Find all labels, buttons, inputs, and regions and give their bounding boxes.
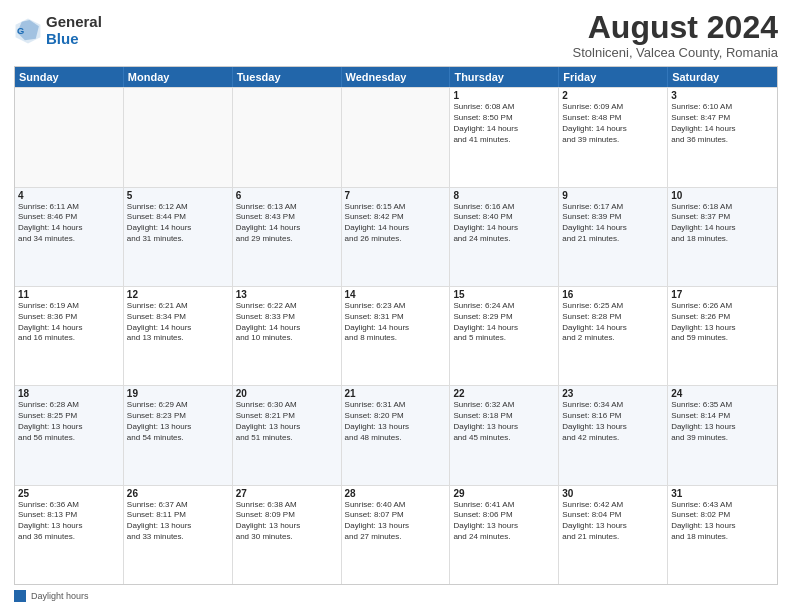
header-tuesday: Tuesday <box>233 67 342 87</box>
cell-text: Sunrise: 6:43 AM Sunset: 8:02 PM Dayligh… <box>671 500 774 543</box>
cal-cell-r1-c3: 7Sunrise: 6:15 AM Sunset: 8:42 PM Daylig… <box>342 188 451 286</box>
cal-cell-r2-c5: 16Sunrise: 6:25 AM Sunset: 8:28 PM Dayli… <box>559 287 668 385</box>
cell-text: Sunrise: 6:31 AM Sunset: 8:20 PM Dayligh… <box>345 400 447 443</box>
cal-row-3: 18Sunrise: 6:28 AM Sunset: 8:25 PM Dayli… <box>15 385 777 484</box>
cal-row-0: 1Sunrise: 6:08 AM Sunset: 8:50 PM Daylig… <box>15 87 777 186</box>
cell-text: Sunrise: 6:42 AM Sunset: 8:04 PM Dayligh… <box>562 500 664 543</box>
cal-cell-r1-c1: 5Sunrise: 6:12 AM Sunset: 8:44 PM Daylig… <box>124 188 233 286</box>
day-number: 12 <box>127 289 229 300</box>
legend-label: Daylight hours <box>31 591 89 601</box>
cal-row-1: 4Sunrise: 6:11 AM Sunset: 8:46 PM Daylig… <box>15 187 777 286</box>
cell-text: Sunrise: 6:19 AM Sunset: 8:36 PM Dayligh… <box>18 301 120 344</box>
cell-text: Sunrise: 6:38 AM Sunset: 8:09 PM Dayligh… <box>236 500 338 543</box>
cal-cell-r2-c6: 17Sunrise: 6:26 AM Sunset: 8:26 PM Dayli… <box>668 287 777 385</box>
cell-text: Sunrise: 6:36 AM Sunset: 8:13 PM Dayligh… <box>18 500 120 543</box>
cal-cell-r4-c0: 25Sunrise: 6:36 AM Sunset: 8:13 PM Dayli… <box>15 486 124 584</box>
logo-blue-text: Blue <box>46 31 102 48</box>
cal-cell-r1-c2: 6Sunrise: 6:13 AM Sunset: 8:43 PM Daylig… <box>233 188 342 286</box>
cal-cell-r0-c2 <box>233 88 342 186</box>
header-wednesday: Wednesday <box>342 67 451 87</box>
cell-text: Sunrise: 6:40 AM Sunset: 8:07 PM Dayligh… <box>345 500 447 543</box>
day-number: 9 <box>562 190 664 201</box>
cal-cell-r2-c4: 15Sunrise: 6:24 AM Sunset: 8:29 PM Dayli… <box>450 287 559 385</box>
day-number: 26 <box>127 488 229 499</box>
day-number: 19 <box>127 388 229 399</box>
day-number: 8 <box>453 190 555 201</box>
header-monday: Monday <box>124 67 233 87</box>
calendar-header: Sunday Monday Tuesday Wednesday Thursday… <box>15 67 777 87</box>
day-number: 27 <box>236 488 338 499</box>
title-block: August 2024 Stolniceni, Valcea County, R… <box>573 10 778 60</box>
day-number: 24 <box>671 388 774 399</box>
cal-cell-r3-c3: 21Sunrise: 6:31 AM Sunset: 8:20 PM Dayli… <box>342 386 451 484</box>
cal-cell-r3-c0: 18Sunrise: 6:28 AM Sunset: 8:25 PM Dayli… <box>15 386 124 484</box>
cal-cell-r4-c5: 30Sunrise: 6:42 AM Sunset: 8:04 PM Dayli… <box>559 486 668 584</box>
header-saturday: Saturday <box>668 67 777 87</box>
day-number: 1 <box>453 90 555 101</box>
cal-cell-r4-c1: 26Sunrise: 6:37 AM Sunset: 8:11 PM Dayli… <box>124 486 233 584</box>
cell-text: Sunrise: 6:12 AM Sunset: 8:44 PM Dayligh… <box>127 202 229 245</box>
day-number: 14 <box>345 289 447 300</box>
day-number: 7 <box>345 190 447 201</box>
cell-text: Sunrise: 6:32 AM Sunset: 8:18 PM Dayligh… <box>453 400 555 443</box>
day-number: 11 <box>18 289 120 300</box>
cal-cell-r3-c1: 19Sunrise: 6:29 AM Sunset: 8:23 PM Dayli… <box>124 386 233 484</box>
day-number: 23 <box>562 388 664 399</box>
day-number: 18 <box>18 388 120 399</box>
cell-text: Sunrise: 6:11 AM Sunset: 8:46 PM Dayligh… <box>18 202 120 245</box>
day-number: 4 <box>18 190 120 201</box>
cal-cell-r1-c5: 9Sunrise: 6:17 AM Sunset: 8:39 PM Daylig… <box>559 188 668 286</box>
logo: G General Blue <box>14 14 102 47</box>
cal-cell-r0-c4: 1Sunrise: 6:08 AM Sunset: 8:50 PM Daylig… <box>450 88 559 186</box>
cell-text: Sunrise: 6:08 AM Sunset: 8:50 PM Dayligh… <box>453 102 555 145</box>
day-number: 15 <box>453 289 555 300</box>
day-number: 13 <box>236 289 338 300</box>
cal-cell-r0-c5: 2Sunrise: 6:09 AM Sunset: 8:48 PM Daylig… <box>559 88 668 186</box>
cal-row-4: 25Sunrise: 6:36 AM Sunset: 8:13 PM Dayli… <box>15 485 777 584</box>
cal-cell-r1-c0: 4Sunrise: 6:11 AM Sunset: 8:46 PM Daylig… <box>15 188 124 286</box>
cal-cell-r0-c3 <box>342 88 451 186</box>
header-thursday: Thursday <box>450 67 559 87</box>
logo-icon: G <box>14 17 42 45</box>
cell-text: Sunrise: 6:28 AM Sunset: 8:25 PM Dayligh… <box>18 400 120 443</box>
day-number: 20 <box>236 388 338 399</box>
day-number: 30 <box>562 488 664 499</box>
cell-text: Sunrise: 6:37 AM Sunset: 8:11 PM Dayligh… <box>127 500 229 543</box>
day-number: 2 <box>562 90 664 101</box>
cell-text: Sunrise: 6:16 AM Sunset: 8:40 PM Dayligh… <box>453 202 555 245</box>
day-number: 10 <box>671 190 774 201</box>
day-number: 22 <box>453 388 555 399</box>
cell-text: Sunrise: 6:18 AM Sunset: 8:37 PM Dayligh… <box>671 202 774 245</box>
svg-text:G: G <box>17 26 24 36</box>
header: G General Blue August 2024 Stolniceni, V… <box>14 10 778 60</box>
subtitle: Stolniceni, Valcea County, Romania <box>573 45 778 60</box>
page: G General Blue August 2024 Stolniceni, V… <box>0 0 792 612</box>
footer: Daylight hours <box>14 585 778 602</box>
cal-cell-r4-c4: 29Sunrise: 6:41 AM Sunset: 8:06 PM Dayli… <box>450 486 559 584</box>
calendar-body: 1Sunrise: 6:08 AM Sunset: 8:50 PM Daylig… <box>15 87 777 584</box>
cal-cell-r3-c4: 22Sunrise: 6:32 AM Sunset: 8:18 PM Dayli… <box>450 386 559 484</box>
cal-cell-r4-c2: 27Sunrise: 6:38 AM Sunset: 8:09 PM Dayli… <box>233 486 342 584</box>
cal-cell-r4-c6: 31Sunrise: 6:43 AM Sunset: 8:02 PM Dayli… <box>668 486 777 584</box>
cal-cell-r2-c3: 14Sunrise: 6:23 AM Sunset: 8:31 PM Dayli… <box>342 287 451 385</box>
day-number: 29 <box>453 488 555 499</box>
cal-cell-r3-c5: 23Sunrise: 6:34 AM Sunset: 8:16 PM Dayli… <box>559 386 668 484</box>
day-number: 3 <box>671 90 774 101</box>
cell-text: Sunrise: 6:10 AM Sunset: 8:47 PM Dayligh… <box>671 102 774 145</box>
cell-text: Sunrise: 6:21 AM Sunset: 8:34 PM Dayligh… <box>127 301 229 344</box>
cell-text: Sunrise: 6:17 AM Sunset: 8:39 PM Dayligh… <box>562 202 664 245</box>
cell-text: Sunrise: 6:09 AM Sunset: 8:48 PM Dayligh… <box>562 102 664 145</box>
cell-text: Sunrise: 6:23 AM Sunset: 8:31 PM Dayligh… <box>345 301 447 344</box>
day-number: 21 <box>345 388 447 399</box>
day-number: 28 <box>345 488 447 499</box>
cal-cell-r2-c0: 11Sunrise: 6:19 AM Sunset: 8:36 PM Dayli… <box>15 287 124 385</box>
day-number: 31 <box>671 488 774 499</box>
logo-general-text: General <box>46 14 102 31</box>
cell-text: Sunrise: 6:24 AM Sunset: 8:29 PM Dayligh… <box>453 301 555 344</box>
day-number: 16 <box>562 289 664 300</box>
cal-cell-r0-c1 <box>124 88 233 186</box>
header-sunday: Sunday <box>15 67 124 87</box>
logo-text: General Blue <box>46 14 102 47</box>
cal-cell-r0-c6: 3Sunrise: 6:10 AM Sunset: 8:47 PM Daylig… <box>668 88 777 186</box>
cal-cell-r1-c6: 10Sunrise: 6:18 AM Sunset: 8:37 PM Dayli… <box>668 188 777 286</box>
